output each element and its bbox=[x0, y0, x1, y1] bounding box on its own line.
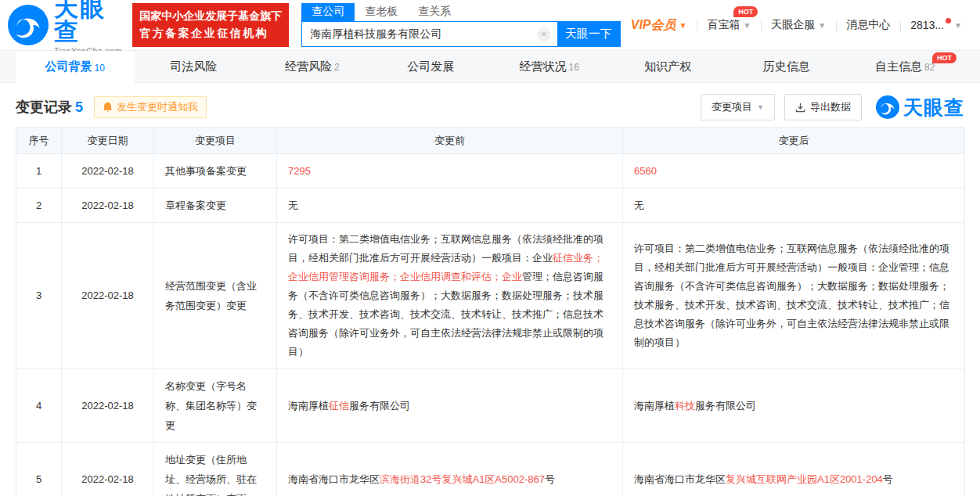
header-menu-label: 天眼企服 bbox=[771, 18, 815, 32]
column-header-序号: 序号 bbox=[16, 128, 62, 154]
header-menu-label: 百宝箱 bbox=[707, 18, 740, 32]
cell-after: 6560 bbox=[623, 154, 965, 189]
cell-before: 许可项目：第二类增值电信业务；互联网信息服务（依法须经批准的项目，经相关部门批准… bbox=[277, 223, 623, 369]
cell-after: 海南省海口市龙华区复兴城互联网产业园A1区2001-204号 bbox=[623, 443, 965, 496]
header-menu-百宝箱[interactable]: 百宝箱▼HOT bbox=[697, 18, 761, 32]
export-data-button[interactable]: 导出数据 bbox=[784, 94, 862, 120]
tab-count: 16 bbox=[569, 62, 579, 73]
section-title: 变更记录 bbox=[16, 98, 72, 117]
tab-公司背景[interactable]: 公司背景10 bbox=[16, 51, 135, 83]
cell-before: 无 bbox=[277, 189, 623, 223]
tab-经营风险[interactable]: 经营风险2 bbox=[253, 51, 372, 82]
cell-date: 2022-02-18 bbox=[62, 189, 154, 223]
watermark-label: 天眼查 bbox=[903, 95, 964, 120]
table-row: 22022-02-18章程备案变更无无 bbox=[16, 189, 965, 223]
cell-item: 其他事项备案变更 bbox=[154, 154, 277, 189]
chevron-down-icon: ▼ bbox=[679, 21, 687, 30]
clear-icon[interactable]: × bbox=[537, 27, 551, 41]
tab-label: 知识产权 bbox=[644, 59, 691, 74]
gov-badge: 国家中小企业发展子基金旗下 官方备案企业征信机构 bbox=[132, 3, 289, 46]
header-menu-消息中心[interactable]: 消息中心 bbox=[836, 18, 900, 32]
plain-text: 无 bbox=[288, 199, 298, 211]
section-actions: 变更项目 ▼ 导出数据 天眼查 bbox=[701, 94, 964, 120]
column-header-变更后: 变更后 bbox=[623, 128, 965, 154]
cell-date: 2022-02-18 bbox=[62, 443, 154, 496]
cell-after: 海南厚植科技服务有限公司 bbox=[623, 369, 965, 443]
tab-label: 历史信息 bbox=[763, 59, 810, 74]
cell-before: 海南厚植征信服务有限公司 bbox=[277, 369, 623, 443]
search-area: 查公司查老板查关系 × 天眼一下 bbox=[301, 3, 620, 47]
hot-badge: HOT bbox=[932, 52, 957, 63]
column-header-变更项目: 变更项目 bbox=[154, 128, 277, 154]
tianyancha-watermark: 天眼查 bbox=[876, 95, 964, 120]
plain-text: 号 bbox=[883, 473, 893, 485]
table-header-row: 序号变更日期变更项目变更前变更后 bbox=[16, 128, 965, 154]
cell-after: 许可项目：第二类增值电信业务；互联网信息服务（依法须经批准的项目，经相关部门批准… bbox=[623, 223, 965, 369]
header-menu-2813...[interactable]: 2813...▼ bbox=[900, 19, 972, 31]
tab-count: 10 bbox=[95, 63, 105, 74]
notification-dot bbox=[946, 18, 951, 23]
plain-text: 海南厚植 bbox=[288, 400, 329, 412]
cell-item: 章程备案变更 bbox=[154, 189, 277, 223]
download-icon bbox=[795, 102, 805, 113]
plain-text: 管理；信息咨询服务（不含许可类信息咨询服务）；大数据服务；数据处理服务；技术服务… bbox=[288, 271, 603, 358]
cell-item: 地址变更（住所地址、经营场所、驻在地址等变更）变更 bbox=[154, 443, 277, 496]
plain-text: 海南省海口市龙华区 bbox=[288, 473, 380, 485]
plain-text: 海南厚植 bbox=[634, 400, 675, 412]
cell-no: 3 bbox=[16, 223, 62, 369]
hot-badge: HOT bbox=[733, 6, 758, 17]
plain-text: 号 bbox=[545, 473, 555, 485]
tab-司法风险[interactable]: 司法风险 bbox=[135, 51, 254, 82]
highlighted-text: 7295 bbox=[288, 165, 311, 177]
chevron-down-icon: ▼ bbox=[818, 21, 826, 30]
table-row: 12022-02-18其他事项备案变更72956560 bbox=[16, 154, 965, 189]
tab-知识产权[interactable]: 知识产权 bbox=[609, 51, 728, 82]
tab-label: 经营状况 bbox=[520, 59, 567, 74]
tab-label: 公司背景 bbox=[45, 59, 92, 74]
change-item-filter-dropdown[interactable]: 变更项目 ▼ bbox=[701, 94, 775, 120]
cell-item: 名称变更（字号名称、集团名称等）变更 bbox=[154, 369, 277, 443]
table-row: 42022-02-18名称变更（字号名称、集团名称等）变更海南厚植征信服务有限公… bbox=[16, 369, 965, 443]
header-menu-VIP会员[interactable]: VIP会员▼ bbox=[621, 17, 697, 34]
tab-经营状况[interactable]: 经营状况16 bbox=[490, 51, 609, 82]
logo-title: 天眼查 bbox=[54, 0, 123, 44]
tab-公司发展[interactable]: 公司发展 bbox=[372, 51, 491, 82]
cell-before: 海南省海口市龙华区滨海街道32号复兴城A1区A5002-867号 bbox=[277, 443, 623, 496]
tab-自主信息[interactable]: 自主信息82HOT bbox=[846, 51, 965, 82]
tianyancha-logo[interactable]: 天眼查 TianYanCha.com bbox=[8, 0, 123, 56]
search-input[interactable] bbox=[302, 22, 536, 46]
cell-date: 2022-02-18 bbox=[62, 154, 154, 189]
header-menu-天眼企服[interactable]: 天眼企服▼ bbox=[761, 18, 836, 32]
header-menu-label: VIP会员 bbox=[631, 17, 676, 34]
cell-no: 4 bbox=[16, 369, 62, 443]
chevron-down-icon: ▼ bbox=[757, 103, 764, 111]
cell-no: 1 bbox=[16, 154, 62, 189]
highlighted-text: 征信 bbox=[329, 400, 349, 412]
plain-text: 服务有限公司 bbox=[349, 400, 410, 412]
highlighted-text: 滨海街道32号复兴城A1区A5002-867 bbox=[380, 473, 545, 485]
header-menu-label: 消息中心 bbox=[846, 18, 890, 32]
header-menu: VIP会员▼百宝箱▼HOT天眼企服▼消息中心2813...▼ bbox=[621, 17, 972, 34]
search-button[interactable]: 天眼一下 bbox=[557, 22, 620, 46]
tab-历史信息[interactable]: 历史信息 bbox=[727, 51, 846, 82]
plain-text: 海南省海口市龙华区 bbox=[634, 473, 726, 485]
search-tab-查老板[interactable]: 查老板 bbox=[355, 3, 408, 21]
tab-count: 2 bbox=[334, 62, 340, 73]
cell-date: 2022-02-18 bbox=[62, 369, 154, 443]
gov-badge-line1: 国家中小企业发展子基金旗下 bbox=[139, 8, 282, 25]
table-row: 32022-02-18经营范围变更（含业务范围变更）变更许可项目：第二类增值电信… bbox=[16, 223, 965, 369]
notify-on-change-button[interactable]: 发生变更时通知我 bbox=[94, 96, 207, 118]
chevron-down-icon: ▼ bbox=[743, 21, 751, 30]
plain-text: 无 bbox=[634, 199, 644, 211]
cell-before: 7295 bbox=[277, 154, 623, 189]
search-tab-查公司[interactable]: 查公司 bbox=[301, 3, 355, 21]
section-header: 变更记录 5 发生变更时通知我 变更项目 ▼ 导出数据 bbox=[16, 83, 964, 127]
section-count: 5 bbox=[75, 99, 83, 116]
cell-after: 无 bbox=[623, 189, 965, 223]
search-tab-查关系[interactable]: 查关系 bbox=[408, 3, 461, 21]
header-menu-label: 2813... bbox=[910, 19, 944, 31]
search-box: × 天眼一下 bbox=[301, 21, 620, 47]
notify-button-label: 发生变更时通知我 bbox=[117, 100, 198, 114]
top-header: 天眼查 TianYanCha.com 国家中小企业发展子基金旗下 官方备案企业征… bbox=[0, 0, 980, 50]
search-tabs: 查公司查老板查关系 bbox=[301, 3, 620, 21]
